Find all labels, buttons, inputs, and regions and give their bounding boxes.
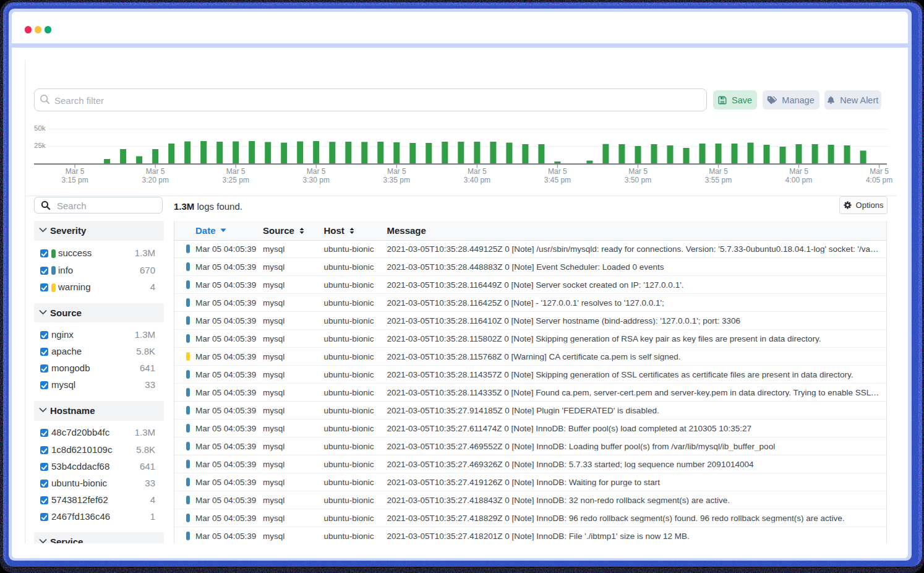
svg-text:3:50 pm: 3:50 pm — [625, 176, 651, 184]
svg-text:Mar 5: Mar 5 — [548, 167, 567, 176]
svg-text:3:40 pm: 3:40 pm — [464, 176, 490, 184]
svg-text:Mar 5: Mar 5 — [307, 167, 326, 176]
svg-text:Mar 5: Mar 5 — [789, 167, 808, 176]
svg-text:Mar 5: Mar 5 — [709, 167, 728, 176]
svg-text:3:30 pm: 3:30 pm — [303, 176, 330, 184]
svg-text:Mar 5: Mar 5 — [628, 167, 648, 176]
svg-text:3:55 pm: 3:55 pm — [705, 176, 732, 184]
svg-text:Mar 5: Mar 5 — [226, 167, 246, 176]
svg-text:Mar 5: Mar 5 — [66, 167, 85, 176]
svg-text:4:05 pm: 4:05 pm — [866, 176, 892, 184]
svg-text:Mar 5: Mar 5 — [468, 167, 487, 176]
svg-text:3:25 pm: 3:25 pm — [223, 176, 249, 184]
svg-text:3:15 pm: 3:15 pm — [61, 176, 88, 184]
svg-text:3:45 pm: 3:45 pm — [544, 176, 571, 184]
svg-text:3:20 pm: 3:20 pm — [142, 176, 169, 184]
svg-text:4:00 pm: 4:00 pm — [785, 176, 812, 184]
svg-text:Mar 5: Mar 5 — [146, 167, 165, 176]
svg-text:50k: 50k — [34, 124, 46, 132]
svg-text:Mar 5: Mar 5 — [387, 167, 406, 176]
svg-text:Mar 5: Mar 5 — [870, 167, 889, 176]
svg-text:25k: 25k — [34, 142, 46, 149]
svg-text:3:35 pm: 3:35 pm — [383, 176, 410, 184]
